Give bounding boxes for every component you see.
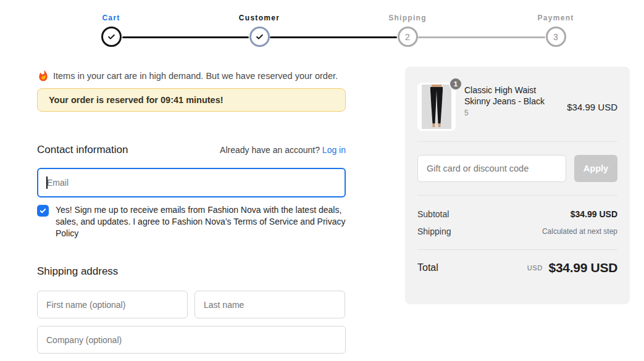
shipping-label: Shipping: [417, 226, 451, 236]
check-icon: [107, 32, 116, 41]
product-name: Classic High Waist Skinny Jeans - Black: [464, 85, 551, 107]
product-info: Classic High Waist Skinny Jeans - Black …: [464, 83, 551, 117]
order-reserved-text: Your order is reserved for 09:41 minutes…: [49, 95, 224, 105]
step-customer-label: Customer: [222, 14, 296, 22]
black-jeans-image: [422, 85, 451, 129]
total-value: $34.99 USD: [549, 260, 617, 275]
checkout-form-column: Items in your cart are in high demand. B…: [37, 68, 346, 354]
shipping-value: Calculated at next step: [542, 227, 617, 236]
step-payment-number: 3: [553, 32, 558, 42]
check-icon: [39, 207, 47, 215]
summary-divider: [417, 249, 617, 250]
marketing-checkbox[interactable]: [37, 205, 49, 217]
marketing-optin-label: Yes! Sign me up to receive emails from F…: [56, 204, 346, 239]
product-price: $34.99 USD: [567, 102, 617, 112]
step-shipping-label: Shipping: [370, 14, 445, 22]
step-shipping-circle: 2: [398, 27, 418, 47]
order-summary-panel: 1 Classic High Waist Skinny Jeans - Blac…: [405, 67, 630, 304]
product-variant: 5: [464, 109, 551, 117]
cart-item-row: 1 Classic High Waist Skinny Jeans - Blac…: [417, 83, 617, 131]
first-name-input[interactable]: [37, 291, 188, 318]
email-field-wrapper: [37, 168, 346, 197]
step-shipping-number: 2: [405, 32, 410, 42]
email-input[interactable]: [37, 168, 346, 197]
order-reserved-banner: Your order is reserved for 09:41 minutes…: [37, 88, 346, 112]
login-link[interactable]: Log in: [322, 145, 346, 155]
check-icon: [255, 32, 264, 41]
summary-divider: [417, 195, 617, 196]
product-thumbnail: 1: [417, 83, 456, 131]
subtotal-row: Subtotal $34.99 USD: [417, 209, 617, 219]
shipping-address-heading: Shipping address: [37, 265, 118, 278]
marketing-optin-row: Yes! Sign me up to receive emails from F…: [37, 204, 346, 239]
company-input[interactable]: [37, 326, 346, 354]
contact-heading: Contact information: [37, 144, 128, 156]
total-amount-group: USD $34.99 USD: [527, 260, 617, 275]
quantity-badge: 1: [449, 77, 462, 91]
subtotal-value: $34.99 USD: [571, 209, 617, 219]
name-fields-row: [37, 291, 346, 318]
shipping-address-header: Shipping address: [37, 265, 346, 279]
fire-icon: [37, 70, 49, 82]
summary-divider: [417, 141, 617, 142]
gift-card-input[interactable]: [417, 155, 566, 182]
checkout-stepper: Cart Customer Shipping 2 Payment 3: [0, 0, 644, 59]
last-name-input[interactable]: [194, 291, 345, 318]
subtotal-label: Subtotal: [417, 209, 449, 219]
total-label: Total: [417, 262, 438, 273]
gift-card-row: Apply: [417, 155, 617, 182]
step-payment[interactable]: Payment 3: [519, 14, 593, 47]
checkout-page: Cart Customer Shipping 2 Payment 3: [0, 0, 644, 361]
step-payment-circle: 3: [546, 27, 566, 47]
step-customer-circle: [249, 27, 270, 47]
currency-code: USD: [527, 264, 543, 272]
step-cart[interactable]: Cart: [74, 14, 148, 47]
step-payment-label: Payment: [519, 14, 593, 22]
step-customer[interactable]: Customer: [222, 14, 296, 47]
high-demand-message: Items in your cart are in high demand. B…: [53, 71, 338, 81]
account-prompt: Already have an account? Log in: [220, 145, 346, 155]
total-row: Total USD $34.99 USD: [417, 260, 617, 275]
step-shipping[interactable]: Shipping 2: [370, 14, 445, 47]
step-cart-circle: [101, 27, 122, 47]
contact-section-header: Contact information Already have an acco…: [37, 144, 346, 157]
shipping-row: Shipping Calculated at next step: [417, 226, 617, 236]
step-cart-label: Cart: [74, 14, 148, 22]
product-image: [417, 83, 456, 131]
apply-button[interactable]: Apply: [574, 155, 617, 182]
high-demand-message-row: Items in your cart are in high demand. B…: [37, 68, 346, 84]
text-caret: [46, 176, 48, 189]
